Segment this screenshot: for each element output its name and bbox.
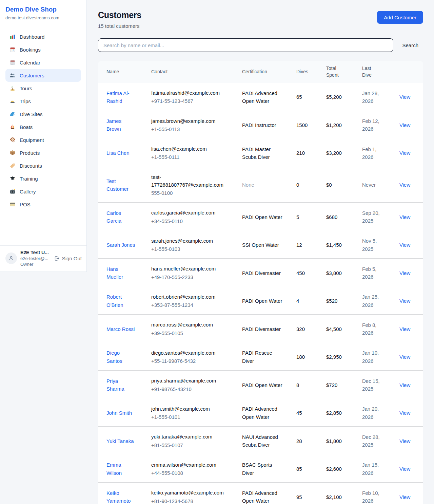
view-link[interactable]: View (399, 242, 410, 248)
customer-email: james.brown@example.com (151, 117, 229, 125)
customer-total-spent: $1,800 (326, 438, 342, 444)
customer-dives: 210 (296, 150, 305, 156)
customer-name-link[interactable]: Emma Wilson (106, 461, 136, 477)
sidebar-item-pos[interactable]: POS (5, 198, 81, 211)
customer-name-link[interactable]: Keiko Yamamoto (106, 489, 136, 504)
table-row: Emma Wilson emma.wilson@example.com +44-… (98, 455, 423, 483)
wave-icon (9, 111, 16, 117)
user-role: Owner (20, 262, 51, 267)
view-link[interactable]: View (399, 354, 410, 360)
sign-out-label: Sign Out (62, 256, 82, 261)
sidebar: Demo Dive Shop demo.test.divestreams.com… (0, 0, 87, 272)
customer-last-dive: Feb 5, 2026 (362, 265, 381, 281)
view-link[interactable]: View (399, 410, 410, 416)
view-link[interactable]: View (399, 326, 410, 332)
add-customer-button[interactable]: Add Customer (377, 11, 423, 24)
customer-dives: 8 (296, 382, 299, 388)
speedboat-icon (9, 98, 16, 104)
customer-name-link[interactable]: Sarah Jones (106, 241, 135, 249)
customer-email: sarah.jones@example.com (151, 237, 229, 245)
sidebar-item-trips[interactable]: Trips (5, 95, 81, 108)
sidebar-item-customers[interactable]: Customers (5, 69, 81, 82)
table-row: Test Customer test-1772681807767@example… (98, 167, 423, 203)
customer-name-link[interactable]: James Brown (106, 117, 136, 133)
view-link[interactable]: View (399, 382, 410, 388)
customer-name-link[interactable]: Carlos Garcia (106, 209, 136, 225)
customer-dives: 4 (296, 298, 299, 304)
sidebar-item-dive-sites[interactable]: Dive Sites (5, 108, 81, 120)
customer-phone: 555-0100 (151, 189, 229, 197)
customer-email: test-1772681807767@example.com (151, 173, 229, 189)
customer-last-dive: Jan 25, 2026 (362, 293, 381, 309)
sidebar-item-gallery[interactable]: Gallery (5, 185, 81, 198)
customer-certification: BSAC Sports Diver (242, 461, 284, 477)
customer-dives: 65 (296, 94, 302, 100)
search-button[interactable]: Search (397, 42, 423, 48)
main-content: Customers 15 total customers Add Custome… (87, 0, 434, 504)
sidebar-item-bookings[interactable]: 17 Bookings (5, 43, 81, 56)
sidebar-item-training[interactable]: Training (5, 172, 81, 185)
customer-name-link[interactable]: Priya Sharma (106, 377, 136, 393)
page-header: Customers 15 total customers Add Custome… (98, 10, 423, 29)
view-link[interactable]: View (399, 438, 410, 444)
camera-flash-icon (9, 188, 16, 194)
view-link[interactable]: View (399, 270, 410, 276)
view-link[interactable]: View (399, 94, 410, 100)
view-link[interactable]: View (399, 466, 410, 472)
customer-dives: 85 (296, 466, 302, 472)
table-row: Yuki Tanaka yuki.tanaka@example.com +81-… (98, 427, 423, 455)
customer-count: 15 total customers (98, 23, 141, 29)
customer-name-link[interactable]: Yuki Tanaka (106, 437, 134, 445)
sidebar-item-calendar[interactable]: Calendar (5, 56, 81, 69)
customer-certification: NAUI Advanced Scuba Diver (242, 433, 284, 449)
customer-last-dive: Jan 20, 2026 (362, 405, 381, 421)
search-input[interactable] (98, 38, 393, 52)
customer-name-link[interactable]: Test Customer (106, 177, 136, 193)
sidebar-item-dashboard[interactable]: Dashboard (5, 30, 81, 43)
customer-phone: +1-555-0103 (151, 245, 229, 253)
user-name: E2E Test U... (20, 250, 51, 255)
customer-total-spent: $1,200 (326, 122, 342, 128)
customer-total-spent: $2,600 (326, 466, 342, 472)
sidebar-item-products[interactable]: Products (5, 146, 81, 159)
customer-name-link[interactable]: Diego Santos (106, 349, 136, 365)
view-link[interactable]: View (399, 122, 410, 128)
graduation-cap-icon (9, 175, 16, 182)
customer-email: robert.obrien@example.com (151, 293, 229, 301)
view-link[interactable]: View (399, 182, 410, 188)
shop-title: Demo Dive Shop (5, 6, 81, 13)
sidebar-item-discounts[interactable]: Discounts (5, 159, 81, 172)
customer-name-link[interactable]: Robert O'Brien (106, 293, 136, 309)
customer-name-link[interactable]: Marco Rossi (106, 325, 135, 333)
customer-name-link[interactable]: Lisa Chen (106, 149, 130, 157)
customer-total-spent: $720 (326, 382, 337, 388)
sidebar-item-label: POS (20, 202, 31, 207)
sidebar-item-label: Products (20, 150, 40, 156)
customer-name-link[interactable]: John Smith (106, 409, 132, 417)
customer-email: emma.wilson@example.com (151, 461, 229, 469)
sign-out-button[interactable]: Sign Out (54, 256, 82, 261)
sidebar-item-boats[interactable]: Boats (5, 120, 81, 133)
customer-certification: PADI Advanced Open Water (242, 405, 284, 421)
sidebar-item-tours[interactable]: Tours (5, 82, 81, 95)
view-link[interactable]: View (399, 214, 410, 220)
customer-name-link[interactable]: Hans Mueller (106, 265, 136, 281)
sign-out-icon (54, 256, 60, 261)
customer-phone: +55-11-99876-5432 (151, 357, 229, 365)
customer-phone: +49-170-555-2233 (151, 273, 229, 281)
table-row: Marco Rossi marco.rossi@example.com +39-… (98, 315, 423, 343)
sidebar-item-label: Dive Sites (20, 111, 43, 117)
table-row: James Brown james.brown@example.com +1-5… (98, 111, 423, 139)
view-link[interactable]: View (399, 494, 410, 500)
customer-dives: 45 (296, 410, 302, 416)
user-info: E2E Test U... e2e-tester@... Owner (20, 250, 51, 267)
sidebar-item-equipment[interactable]: Equipment (5, 133, 81, 146)
customer-phone: +1-555-0111 (151, 153, 229, 161)
customer-last-dive: Feb 1, 2026 (362, 145, 381, 161)
customer-name-link[interactable]: Fatima Al-Rashid (106, 89, 136, 105)
view-link[interactable]: View (399, 150, 410, 156)
user-section: E2E Test U... e2e-tester@... Owner Sign … (0, 245, 86, 272)
view-link[interactable]: View (399, 298, 410, 304)
customer-certification: PADI Open Water (242, 213, 282, 221)
table-row: Lisa Chen lisa.chen@example.com +1-555-0… (98, 139, 423, 167)
